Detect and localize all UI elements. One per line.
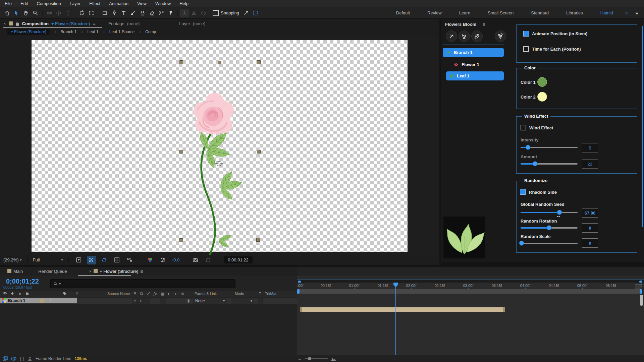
color-1-swatch[interactable]: [537, 77, 547, 87]
add-leaf-button[interactable]: [471, 31, 483, 42]
viewer-tab-comp-name[interactable]: + Flower (Structure): [51, 21, 90, 26]
timeline-panel-menu-icon[interactable]: ≡: [140, 268, 143, 274]
random-rotation-slider[interactable]: [521, 227, 578, 229]
layer-collapse-toggle[interactable]: [138, 298, 144, 304]
adjustment-column-icon[interactable]: ◑: [174, 292, 177, 296]
selection-handle[interactable]: [256, 238, 260, 242]
timeline-tab-main[interactable]: Main: [13, 269, 23, 274]
color-2-swatch[interactable]: [537, 92, 547, 102]
zoom-in-mountain-icon[interactable]: [331, 357, 336, 361]
bouquet-button[interactable]: [495, 31, 506, 42]
random-scale-value[interactable]: 0: [582, 238, 598, 248]
workspace-small-screen[interactable]: Small Screen: [479, 10, 522, 15]
timeline-search-input[interactable]: ▾: [50, 279, 235, 288]
timeline-tab-render-queue[interactable]: Render Queue: [38, 269, 67, 274]
roi-tool-icon[interactable]: [87, 9, 96, 17]
selection-handle[interactable]: [179, 238, 183, 242]
selection-handle[interactable]: [218, 61, 221, 64]
menu-effect[interactable]: Effect: [89, 1, 100, 6]
viewer-lock-icon[interactable]: [15, 21, 19, 26]
selection-handle[interactable]: [179, 60, 183, 64]
layer-label-color[interactable]: [40, 298, 44, 303]
timeline-tab-active[interactable]: + Flower (Structure): [100, 269, 138, 274]
orbit-camera-tool-icon[interactable]: [45, 9, 54, 17]
magnification-dropdown[interactable]: (29.2%)▾: [3, 257, 22, 262]
lock-column-icon[interactable]: [25, 292, 29, 295]
shy-column-icon[interactable]: [133, 292, 137, 295]
view-axis-mode-icon[interactable]: [199, 9, 208, 17]
work-area-start-handle[interactable]: [297, 289, 300, 294]
layer-shy-toggle[interactable]: [132, 298, 138, 304]
viewer-timecode[interactable]: 0;00;01;22: [224, 256, 252, 263]
trkmat-column-header[interactable]: TrkMat: [265, 292, 276, 296]
time-ruler[interactable]: :00f 00:15f 01:00f 01:15f 02:00f 02:15f …: [297, 283, 644, 290]
layer-expand-arrow-icon[interactable]: ›: [35, 298, 36, 303]
amount-slider[interactable]: [521, 163, 578, 165]
time-for-each-checkbox[interactable]: [523, 46, 529, 52]
color-management-icon[interactable]: [11, 356, 16, 361]
breadcrumb-item-leaf-source[interactable]: Leaf 1-Source: [109, 29, 135, 34]
source-name-column-header[interactable]: Source Name: [107, 292, 130, 296]
expressions-icon[interactable]: { }: [20, 356, 24, 361]
tree-item-flower-1[interactable]: Flower 1: [450, 60, 504, 69]
mode-dropdown[interactable]: -▾: [231, 298, 254, 304]
zoom-tool-icon[interactable]: [31, 9, 40, 17]
breadcrumb-active[interactable]: + Flower (Structure): [7, 29, 50, 35]
hand-tool-icon[interactable]: [22, 9, 31, 17]
transparency-grid-icon[interactable]: [87, 256, 96, 264]
breadcrumb-item-comp[interactable]: Comp: [145, 29, 156, 34]
work-area-end-handle[interactable]: [640, 289, 642, 294]
user-icon[interactable]: [28, 356, 32, 361]
add-flower-button[interactable]: [459, 31, 470, 42]
timeline-zoom-slider[interactable]: [305, 358, 328, 359]
rotation-tool-icon[interactable]: [77, 9, 86, 17]
amount-value[interactable]: 22: [582, 159, 598, 169]
workspace-default[interactable]: Default: [387, 10, 419, 15]
snap-diagonal-icon[interactable]: [242, 9, 251, 17]
amount-slider-thumb[interactable]: [532, 161, 537, 166]
layer-name[interactable]: Branch 1: [8, 298, 25, 303]
show-snapshot-icon[interactable]: [204, 256, 212, 264]
solo-column-icon[interactable]: ●: [19, 292, 21, 296]
channel-rgb-icon[interactable]: [146, 256, 155, 264]
brush-tool-icon[interactable]: [129, 9, 138, 17]
tree-item-leaf-1[interactable]: Leaf 1: [446, 71, 504, 80]
mask-visibility-icon[interactable]: [100, 256, 109, 264]
selection-handle[interactable]: [257, 60, 261, 64]
gpu-status-icon[interactable]: [3, 356, 8, 361]
t-column-header[interactable]: T: [259, 292, 261, 296]
layer-visibility-icon[interactable]: [3, 298, 7, 303]
global-random-seed-slider[interactable]: [521, 212, 578, 213]
menu-window[interactable]: Window: [155, 1, 171, 6]
exposure-value[interactable]: +0.0: [171, 257, 180, 262]
intensity-slider[interactable]: [521, 147, 578, 148]
local-axis-mode-icon[interactable]: [180, 9, 189, 17]
parent-link-column-header[interactable]: Parent & Link: [195, 292, 217, 296]
mode-column-header[interactable]: Mode: [235, 292, 244, 296]
exposure-icon[interactable]: [159, 256, 167, 264]
label-column-icon[interactable]: [62, 292, 67, 296]
global-random-seed-value[interactable]: 67.86: [582, 208, 598, 218]
work-area-bar[interactable]: [297, 289, 642, 294]
plugin-menu-icon[interactable]: ≡: [482, 21, 485, 27]
rectangle-tool-icon[interactable]: [101, 9, 109, 17]
menu-help[interactable]: Help: [179, 1, 189, 6]
quality-column-icon[interactable]: [147, 292, 151, 295]
resolution-dropdown[interactable]: Full▾: [33, 257, 63, 262]
track-vertical-scrollbar[interactable]: [640, 295, 643, 306]
parent-pickwhip-icon[interactable]: ◎: [186, 298, 190, 303]
close-icon[interactable]: ×: [89, 269, 92, 274]
pan-camera-tool-icon[interactable]: [54, 9, 63, 17]
layer-fx-toggle[interactable]: -: [160, 298, 166, 304]
workspace-overflow-icon[interactable]: »: [631, 10, 641, 16]
dolly-camera-tool-icon[interactable]: [64, 9, 72, 17]
anchor-point-icon[interactable]: [215, 160, 223, 167]
workspace-menu-icon[interactable]: ≡: [622, 10, 631, 16]
menu-view[interactable]: View: [137, 1, 147, 6]
menu-edit[interactable]: Edit: [20, 1, 28, 6]
breadcrumb-item-leaf[interactable]: Leaf 1: [87, 29, 98, 34]
intensity-value[interactable]: 5: [582, 143, 598, 153]
preserve-transparency-toggle[interactable]: =: [258, 298, 263, 304]
menu-composition[interactable]: Composition: [37, 1, 61, 6]
snapshot-camera-icon[interactable]: [191, 256, 200, 264]
